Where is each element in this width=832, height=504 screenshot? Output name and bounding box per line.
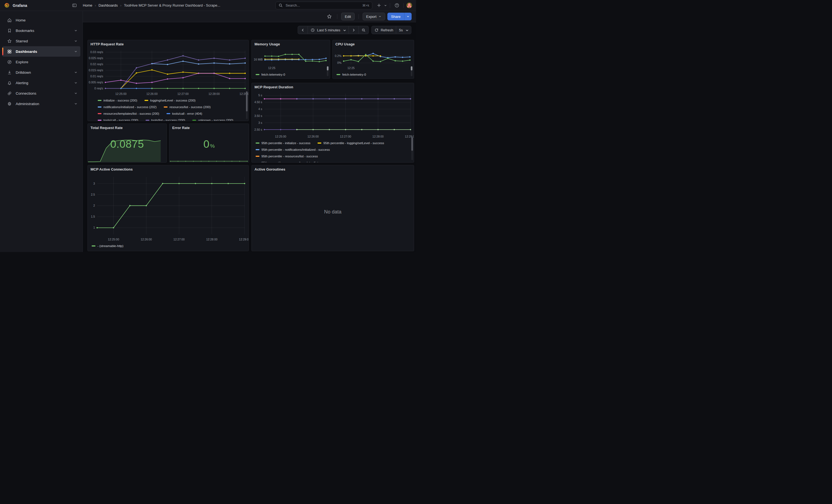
sidebar-item-home[interactable]: Home — [2, 15, 80, 25]
legend-scrollbar[interactable] — [411, 137, 413, 160]
panel-title[interactable]: MCP Active Connections — [88, 165, 249, 173]
http-request-rate-chart[interactable]: 0 req/s0.005 req/s0.01 req/s0.015 req/s0… — [88, 48, 249, 97]
drilldown-icon — [7, 70, 12, 75]
sidebar-toggle-icon[interactable] — [71, 2, 78, 9]
chevron-down-icon[interactable] — [74, 91, 78, 95]
panel-title[interactable]: HTTP Request Rate — [88, 40, 249, 48]
legend-item[interactable]: fetch-telemetry-0 — [337, 73, 366, 76]
legend-label: unknown - success (200) — [198, 118, 233, 121]
time-zoom-out-button[interactable] — [359, 26, 369, 34]
brand[interactable]: Grafana — [4, 2, 27, 8]
sidebar-item-starred[interactable]: Starred — [2, 36, 80, 46]
legend-item[interactable]: initialize - success (200) — [98, 99, 137, 102]
chevron-down-icon[interactable] — [74, 50, 78, 53]
user-avatar[interactable] — [406, 2, 412, 8]
legend-item[interactable]: 95th percentile - resources/list - succe… — [256, 155, 318, 158]
legend-item[interactable]: logging/setLevel - success (200) — [145, 99, 196, 102]
bookmark-icon — [7, 28, 12, 33]
legend-item[interactable]: 95th percentile - notifications/initiali… — [256, 148, 330, 151]
legend-swatch — [256, 74, 259, 75]
memory-usage-chart[interactable]: 16 MiB12:25 — [252, 48, 330, 71]
svg-text:12:28:00: 12:28:00 — [206, 238, 217, 241]
svg-text:2.5: 2.5 — [91, 193, 95, 196]
mcp-request-duration-chart[interactable]: 2.50 s3 s3.50 s4 s4.50 s5 s12:25:0012:26… — [252, 91, 414, 139]
legend-item[interactable]: - (streamable-http) — [92, 244, 124, 247]
breadcrumb-home[interactable]: Home — [83, 3, 93, 7]
time-range-picker[interactable]: Last 5 minutes — [308, 26, 349, 34]
legend-item[interactable]: fetch-telemetry-0 — [256, 73, 285, 76]
legend-label: 95th percentile - notifications/initiali… — [261, 148, 330, 151]
panel-title[interactable]: Error Rate — [170, 124, 249, 132]
legend-label: initialize - success (200) — [103, 99, 137, 102]
chevron-down-icon[interactable] — [74, 71, 78, 74]
sidebar-item-label: Explore — [16, 60, 78, 64]
sidebar-item-explore[interactable]: Explore — [2, 57, 80, 67]
legend-row: notifications/initialized - success (202… — [98, 104, 246, 110]
sidebar-item-dashboards[interactable]: Dashboards — [2, 46, 80, 57]
sidebar-item-alerting[interactable]: Alerting — [2, 78, 80, 88]
breadcrumb-dashboards[interactable]: Dashboards — [99, 3, 118, 7]
legend-item[interactable]: unknown - success (200) — [192, 118, 233, 121]
refresh-button[interactable]: Refresh — [371, 26, 396, 34]
breadcrumb: Home › Dashboards › ToolHive MCP Server … — [83, 3, 220, 7]
legend-item[interactable]: tools/list - success (200) — [146, 118, 185, 121]
search-bar[interactable]: ⌘+k — [276, 2, 372, 9]
favorite-star-icon[interactable] — [326, 12, 333, 20]
chevron-down-icon[interactable] — [74, 102, 78, 106]
mcp-active-connections-legend: - (streamable-http) — [88, 242, 249, 251]
legend-item[interactable]: 95th percentile - logging/setLevel - suc… — [317, 141, 384, 145]
sidebar-item-drilldown[interactable]: Drilldown — [2, 67, 80, 78]
share-dropdown-button[interactable] — [404, 12, 412, 20]
panel-title[interactable]: CPU Usage — [333, 40, 414, 48]
panel-scrollbar[interactable] — [327, 66, 329, 76]
panel-title[interactable]: Memory Usage — [252, 40, 330, 48]
legend-swatch — [98, 113, 102, 114]
dashboard-canvas: Last 5 minutes Refresh 5s — [83, 22, 416, 252]
legend-item[interactable]: tools/call - success (200) — [98, 118, 138, 121]
legend-item[interactable]: resources/templates/list - success (200) — [98, 112, 159, 115]
legend-swatch — [337, 74, 340, 75]
legend-label: - (streamable-http) — [97, 244, 124, 247]
share-button[interactable]: Share — [387, 12, 404, 20]
panel-scrollbar[interactable] — [411, 66, 412, 76]
breadcrumb-dashboard-title[interactable]: ToolHive MCP Server & Proxy Runner Dashb… — [124, 3, 220, 7]
sidebar-item-administration[interactable]: Administration — [2, 99, 80, 109]
time-range-chevron-down-icon — [342, 28, 346, 32]
svg-text:0.03 req/s: 0.03 req/s — [90, 50, 103, 54]
refresh-label: Refresh — [381, 28, 393, 32]
svg-text:12:25:00: 12:25:00 — [115, 92, 127, 96]
sidebar-item-bookmarks[interactable]: Bookmarks — [2, 25, 80, 36]
legend-item[interactable]: tools/call - error (404) — [166, 112, 202, 115]
add-button[interactable] — [375, 2, 383, 9]
legend-item[interactable]: 95th percentile - initialize - success — [256, 141, 310, 145]
legend-item[interactable]: 95th percentile - resources/templates/li… — [256, 161, 332, 162]
panel-title[interactable]: Total Request Rate — [88, 124, 166, 132]
export-button[interactable]: Export — [363, 12, 386, 20]
panel-title[interactable]: MCP Request Duration — [252, 83, 414, 91]
sidebar-item-label: Administration — [16, 102, 70, 106]
refresh-interval-picker[interactable]: 5s — [396, 26, 411, 34]
time-shift-back-button[interactable] — [298, 26, 308, 34]
legend-item[interactable]: notifications/initialized - success (202… — [98, 105, 157, 109]
chevron-down-icon[interactable] — [74, 39, 78, 43]
chevron-down-icon[interactable] — [74, 81, 78, 85]
legend-row: 95th percentile - notifications/initiali… — [256, 147, 411, 153]
panel-title[interactable]: Active Goroutines — [252, 165, 414, 173]
svg-text:0.005 req/s: 0.005 req/s — [88, 81, 103, 84]
panel-active-goroutines: Active Goroutines No data — [252, 165, 414, 251]
cpu-usage-chart[interactable]: 0.2%0%12:25 — [333, 48, 414, 71]
sidebar-item-connections[interactable]: Connections — [2, 88, 80, 99]
search-input[interactable] — [285, 3, 360, 8]
mcp-active-connections-chart[interactable]: 11.522.5312:25:0012:26:0012:27:0012:28:0… — [88, 173, 249, 242]
time-shift-forward-button[interactable] — [349, 26, 359, 34]
legend-item[interactable]: resources/list - success (200) — [164, 105, 211, 109]
legend-label: logging/setLevel - success (200) — [150, 99, 196, 102]
edit-button[interactable]: Edit — [341, 12, 354, 20]
chevron-down-icon[interactable] — [74, 29, 78, 32]
add-chevron-down-icon[interactable] — [384, 4, 387, 7]
legend-label: 95th percentile - initialize - success — [261, 141, 310, 145]
help-icon[interactable] — [393, 2, 400, 9]
legend-scrollbar[interactable] — [246, 91, 248, 119]
svg-text:4 s: 4 s — [258, 107, 262, 111]
legend-swatch — [98, 106, 102, 108]
